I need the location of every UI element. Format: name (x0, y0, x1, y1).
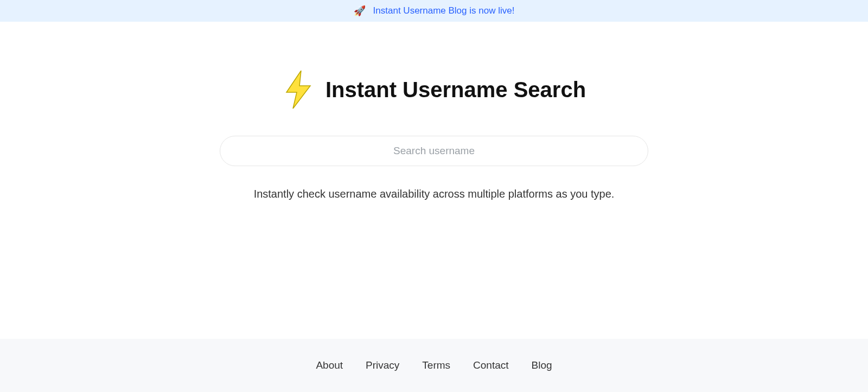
footer-link-blog[interactable]: Blog (532, 359, 552, 371)
title-row: Instant Username Search (282, 71, 586, 109)
footer-link-about[interactable]: About (316, 359, 343, 371)
footer-links: About Privacy Terms Contact Blog (0, 359, 868, 371)
rocket-icon: 🚀 (354, 6, 366, 16)
tagline: Instantly check username availability ac… (254, 188, 615, 200)
main-content: Instant Username Search Instantly check … (0, 22, 868, 339)
hero: Instant Username Search Instantly check … (0, 71, 868, 200)
search-wrap (220, 136, 648, 166)
footer: About Privacy Terms Contact Blog (0, 339, 868, 392)
announcement-banner: 🚀 Instant Username Blog is now live! (0, 0, 868, 22)
announcement-link[interactable]: Instant Username Blog is now live! (373, 5, 515, 16)
lightning-bolt-icon (282, 71, 315, 109)
page-title: Instant Username Search (326, 78, 586, 102)
footer-link-privacy[interactable]: Privacy (366, 359, 399, 371)
footer-link-terms[interactable]: Terms (422, 359, 450, 371)
svg-marker-0 (286, 71, 310, 109)
search-input[interactable] (220, 136, 648, 166)
footer-link-contact[interactable]: Contact (473, 359, 508, 371)
